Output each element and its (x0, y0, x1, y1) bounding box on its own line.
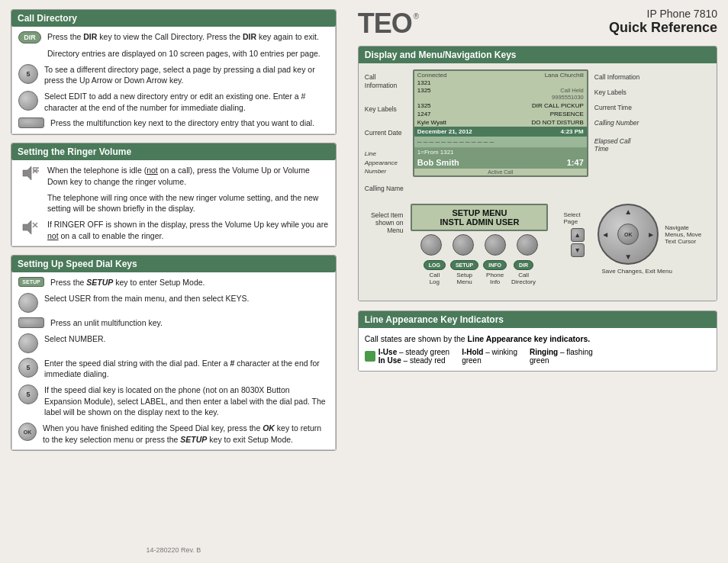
round-key-5[interactable]: 5 (18, 64, 38, 84)
phone-screen: ConnectedLana Churchill 1321 1325 Call H… (413, 69, 588, 177)
list-item: DIR Press the DIR key to view the Call D… (18, 31, 329, 43)
log-key[interactable]: LOG (424, 260, 446, 270)
info-key[interactable]: INFO (483, 260, 507, 270)
screen-row: 1325DIR CALL PICKUP (414, 101, 587, 110)
right-panel: TEO ® IP Phone 7810 Quick Reference Disp… (347, 0, 728, 563)
ringing-indicator: Ringing – flashinggreen (530, 348, 593, 365)
list-item: 5 Enter the speed dial string with the d… (18, 358, 329, 380)
call-directory-section: Call Directory DIR Press the DIR key to … (11, 9, 337, 135)
menu-button-instl[interactable] (420, 234, 442, 256)
menu-button-admin[interactable] (453, 234, 474, 256)
instruction-text: Select USER from the main menu, and then… (44, 293, 249, 304)
ringer-volume-content: When the telephone is idle (not on a cal… (11, 160, 336, 246)
instruction-text: When the telephone is idle (not on a cal… (47, 165, 329, 187)
list-item: Select NUMBER. (18, 333, 329, 353)
rect-key[interactable] (18, 317, 44, 328)
screen-row-highlight: December 21, 20124:23 PM (414, 127, 587, 137)
instruction-text: Press the SETUP key to enter Setup Mode. (50, 277, 205, 288)
round-key-5[interactable]: 5 (18, 358, 38, 378)
info-key-label: PhoneInfo (486, 272, 504, 285)
select-item-label: Select Item shown on Menu (365, 204, 404, 234)
page-down-button[interactable]: ▼ (571, 243, 585, 257)
instruction-text: Press the multifunction key next to the … (50, 117, 314, 129)
display-header: Display and Menu/Navigation Keys (359, 47, 717, 63)
current-time-right: Current Time (594, 104, 644, 111)
dir-key[interactable]: DIR (514, 260, 533, 270)
nav-ring[interactable]: OK ▲ ▼ ◄ ► (598, 204, 659, 265)
volume-down-icon (18, 219, 41, 236)
title-block: IP Phone 7810 Quick Reference (609, 8, 717, 36)
instruction-text: Select EDIT to add a new directory entry… (44, 91, 329, 113)
green-indicator-dot (365, 351, 375, 362)
round-key[interactable] (18, 91, 38, 111)
key-labels-right: Key Labels (594, 88, 644, 96)
round-key-5[interactable]: 5 (18, 384, 38, 404)
list-item: If RINGER OFF is shown in the display, p… (18, 219, 329, 241)
line-appearance-label: Line Appearance Number (365, 150, 407, 175)
i-use-indicator: I-Use – steady greenIn Use – steady red (365, 348, 449, 365)
logo-text: TEO (358, 8, 412, 40)
menu-button-4[interactable] (517, 234, 538, 256)
round-key-5c-icon: 5 (18, 384, 38, 404)
display-section: Display and Menu/Navigation Keys Call In… (358, 46, 717, 301)
ok-center-button[interactable]: OK (617, 224, 639, 245)
instruction-text: Press an unlit multifunction key. (50, 317, 163, 329)
save-changes-label: Save Changes, Exit Menu (601, 268, 672, 275)
func-key-setup: SETUP SetupMenu (450, 260, 478, 285)
select-page-label: Select Page (563, 211, 591, 225)
round-key-icon (18, 333, 38, 353)
la-indicators: I-Use – steady greenIn Use – steady red … (365, 348, 710, 365)
dir-key-icon: DIR (18, 31, 41, 43)
menu-button-user[interactable] (485, 234, 506, 256)
round-key-icon (18, 91, 38, 111)
list-item: The telephone will ring once with the ne… (18, 192, 329, 214)
svg-marker-5 (23, 220, 31, 234)
page-up-button[interactable]: ▲ (571, 228, 585, 242)
round-key-icon (18, 293, 38, 313)
screen-row: 1325 Call Held9995551030 (414, 86, 587, 101)
instruction-text: If the speed dial key is located on the … (44, 384, 329, 418)
right-header: TEO ® IP Phone 7810 Quick Reference (358, 8, 717, 40)
list-item: When the telephone is idle (not on a cal… (18, 165, 329, 187)
calling-number-right: Calling Number (594, 119, 644, 127)
list-item: OK When you have finished editing the Sp… (18, 423, 329, 445)
ringer-volume-section: Setting the Ringer Volume When the telep… (11, 143, 337, 247)
rect-key-icon (18, 117, 44, 128)
nav-right-arrow[interactable]: ► (647, 230, 655, 239)
i-use-label: I-Use – steady greenIn Use – steady red (378, 348, 449, 365)
list-item: 5 To see a different directory page, sel… (18, 64, 329, 86)
round-key-5b-icon: 5 (18, 358, 38, 378)
call-directory-content: DIR Press the DIR key to view the Call D… (11, 27, 336, 134)
speed-dial-header: Setting Up Speed Dial Keys (11, 256, 336, 272)
list-item: Directory entries are displayed on 10 sc… (18, 48, 329, 60)
current-date-label: Current Date (365, 129, 407, 137)
func-key-info: INFO PhoneInfo (483, 260, 507, 285)
screen-row: 1247PRESENCE (414, 110, 587, 118)
nav-down-arrow[interactable]: ▼ (624, 253, 632, 261)
round-key[interactable] (18, 333, 38, 353)
nav-cluster: OK ▲ ▼ ◄ ► (598, 204, 659, 265)
left-panel: Call Directory DIR Press the DIR key to … (0, 0, 347, 563)
ok-key[interactable]: OK (18, 423, 37, 441)
setup-key[interactable]: SETUP (18, 277, 44, 287)
instruction-text: Select NUMBER. (44, 333, 106, 345)
volume-up-icon (18, 165, 41, 182)
la-section: Line Appearance Key Indicators Call stat… (358, 310, 717, 372)
ringer-volume-header: Setting the Ringer Volume (11, 143, 336, 160)
i-hold-indicator: I-Hold – winkinggreen (462, 348, 517, 365)
instruction-text: Directory entries are displayed on 10 sc… (47, 48, 321, 60)
nav-up-arrow[interactable]: ▲ (624, 208, 632, 216)
setup-key[interactable]: SETUP (450, 260, 478, 270)
nav-left-arrow[interactable]: ◄ (601, 230, 609, 239)
dir-key[interactable]: DIR (18, 31, 41, 43)
round-key[interactable] (18, 293, 38, 313)
rect-key[interactable] (18, 117, 44, 128)
teo-logo: TEO ® (358, 8, 419, 40)
screen-labels-left: Call Information Key Labels Current Date… (365, 69, 407, 196)
dir-key-label: CallDirectory (511, 272, 536, 285)
call-information-right: Call Information (594, 73, 644, 81)
footer-text: 14-280220 Rev. B (11, 543, 337, 554)
instruction-text: Enter the speed dial string with the dia… (44, 358, 329, 380)
list-item: 5 If the speed dial key is located on th… (18, 384, 329, 418)
log-key-label: CallLog (429, 272, 440, 285)
